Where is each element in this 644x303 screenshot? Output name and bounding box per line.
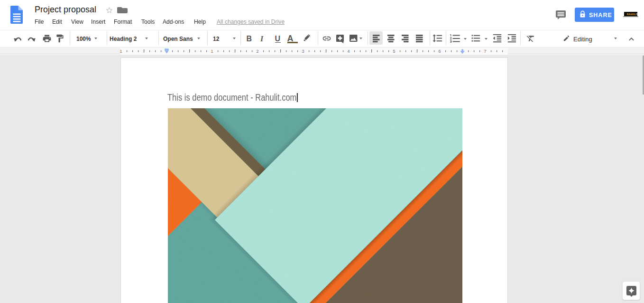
svg-text:7: 7 xyxy=(484,49,486,54)
svg-text:6: 6 xyxy=(438,49,441,54)
svg-text:1: 1 xyxy=(120,49,122,54)
svg-text:1: 1 xyxy=(211,49,213,54)
svg-text:4: 4 xyxy=(347,49,350,54)
svg-text:2: 2 xyxy=(256,49,258,54)
svg-text:5: 5 xyxy=(393,49,395,54)
svg-text:3: 3 xyxy=(302,49,304,54)
